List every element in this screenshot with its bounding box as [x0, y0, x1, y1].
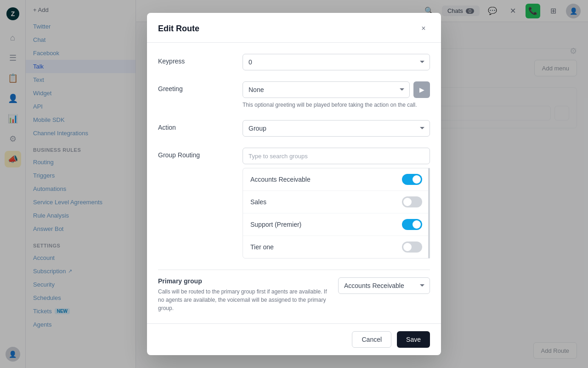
action-label: Action	[158, 120, 232, 131]
group-routing-control: Accounts Receivable Sales	[243, 148, 430, 259]
primary-group-row: Primary group Calls will be routed to th…	[158, 270, 430, 312]
greeting-row: Greeting None ▶ This optional greeting w…	[158, 81, 430, 109]
modal-header: Edit Route ×	[147, 13, 441, 43]
play-icon: ▶	[419, 86, 424, 93]
primary-group-select-container: Accounts Receivable Sales Support (Premi…	[338, 277, 430, 294]
group-name: Accounts Receivable	[250, 176, 311, 183]
primary-group-title: Primary group	[158, 277, 327, 285]
modal-footer: Cancel Save	[147, 323, 441, 355]
cancel-button[interactable]: Cancel	[352, 331, 391, 348]
greeting-input-row: None ▶	[243, 81, 430, 98]
group-list-wrapper: Accounts Receivable Sales	[243, 168, 430, 259]
edit-route-modal: Edit Route × Keypress 0 1 2 3 4 5	[147, 13, 441, 355]
toggle-tier-one[interactable]	[402, 242, 422, 253]
greeting-label: Greeting	[158, 81, 232, 92]
play-greeting-button[interactable]: ▶	[413, 81, 430, 98]
toggle-sales[interactable]	[402, 196, 422, 207]
keypress-control: 0 1 2 3 4 5 6 7 8 9	[243, 54, 430, 70]
group-name: Sales	[250, 198, 266, 206]
toggle-accounts-receivable[interactable]	[402, 174, 422, 185]
group-name: Tier one	[250, 243, 274, 251]
primary-group-info: Primary group Calls will be routed to th…	[158, 277, 327, 312]
group-name: Support (Premier)	[250, 221, 301, 228]
keypress-select[interactable]: 0 1 2 3 4 5 6 7 8 9	[243, 54, 430, 70]
group-item-tier-one: Tier one	[243, 236, 430, 258]
keypress-label: Keypress	[158, 54, 232, 65]
modal-overlay[interactable]: Edit Route × Keypress 0 1 2 3 4 5	[136, 0, 588, 368]
primary-group-select[interactable]: Accounts Receivable Sales Support (Premi…	[338, 277, 430, 294]
toggle-support-premier[interactable]	[402, 219, 422, 230]
main-content: 🔍 Chats 0 💬 ✕ 📞 ⊞ 👤 Settings IVR Add men…	[136, 0, 588, 368]
modal-body: Keypress 0 1 2 3 4 5 6 7 8 9	[147, 43, 441, 323]
modal-title: Edit Route	[158, 24, 199, 34]
group-item-sales: Sales	[243, 191, 430, 213]
keypress-row: Keypress 0 1 2 3 4 5 6 7 8 9	[158, 54, 430, 70]
modal-close-button[interactable]: ×	[417, 22, 430, 35]
greeting-select[interactable]: None	[243, 81, 410, 98]
action-control: Group Voicemail External Number	[243, 120, 430, 137]
group-routing-row: Group Routing Accounts Receivable	[158, 148, 430, 259]
greeting-hint: This optional greeting will be played be…	[243, 101, 430, 109]
group-item-support-premier: Support (Premier)	[243, 213, 430, 236]
action-select[interactable]: Group Voicemail External Number	[243, 120, 430, 137]
group-item-accounts-receivable: Accounts Receivable	[243, 168, 430, 191]
greeting-control: None ▶ This optional greeting will be pl…	[243, 81, 430, 109]
group-routing-label: Group Routing	[158, 148, 232, 159]
save-button[interactable]: Save	[397, 331, 430, 348]
action-row: Action Group Voicemail External Number	[158, 120, 430, 137]
primary-group-description: Calls will be routed to the primary grou…	[158, 288, 327, 312]
group-list: Accounts Receivable Sales	[243, 168, 430, 259]
group-search-input[interactable]	[243, 148, 430, 164]
